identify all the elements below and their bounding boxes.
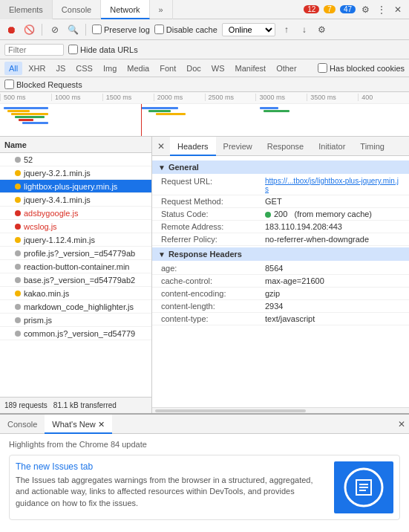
tbar-6	[22, 122, 48, 124]
response-section-label: Response Headers	[168, 250, 242, 259]
record-button[interactable]: ⏺	[4, 23, 18, 36]
blocked-requests-label[interactable]: Blocked Requests	[4, 80, 82, 89]
clear-button[interactable]: 🚫	[22, 23, 36, 36]
type-btn-ws[interactable]: WS	[207, 62, 229, 75]
item-dot	[15, 317, 21, 323]
requests-size: 81.1 kB transferred	[53, 401, 117, 409]
type-btn-other[interactable]: Other	[272, 62, 301, 75]
details-tab-headers[interactable]: Headers	[170, 137, 216, 156]
response-section-header[interactable]: ▼ Response Headers	[152, 247, 409, 261]
tbar-5	[19, 119, 33, 121]
tab-console[interactable]: Console	[53, 0, 101, 19]
ruler-3000: 3000 ms	[255, 94, 307, 101]
ruler-1000: 1000 ms	[51, 94, 102, 101]
detail-key-remote: Remote Address:	[161, 222, 265, 231]
request-item[interactable]: jquery-3.4.1.min.js	[0, 193, 151, 207]
request-item[interactable]: reaction-button-container.min	[0, 260, 151, 273]
request-item[interactable]: adsbygoogle.js	[0, 207, 151, 220]
response-section-body: age: 8564 cache-control: max-age=21600 c…	[152, 261, 409, 327]
type-btn-js[interactable]: JS	[51, 62, 70, 75]
detail-key-length: content-length:	[161, 302, 265, 311]
detail-row-cache: cache-control: max-age=21600	[152, 275, 409, 288]
timeline-marker	[141, 104, 142, 137]
detail-row-method: Request Method: GET	[152, 195, 409, 208]
type-btn-manifest[interactable]: Manifest	[231, 62, 271, 75]
type-btn-img[interactable]: Img	[99, 62, 121, 75]
network-settings-icon[interactable]: ⚙	[315, 23, 329, 36]
ruler-2000: 2000 ms	[154, 94, 205, 101]
blocked-requests-checkbox[interactable]	[4, 80, 14, 89]
details-close-btn[interactable]: ✕	[154, 139, 168, 154]
detail-row-status: Status Code: 200 (from memory cache)	[152, 208, 409, 221]
tbar-3	[11, 113, 48, 115]
request-item[interactable]: base.js?_version_=d54779ab2	[0, 273, 151, 287]
filter-button[interactable]: ⊘	[48, 23, 62, 36]
item-dot	[15, 291, 21, 296]
item-dot	[15, 197, 21, 203]
filter-input[interactable]	[4, 44, 64, 56]
type-btn-media[interactable]: Media	[122, 62, 154, 75]
details-panel: ✕ Headers Preview Response Initiator Tim…	[152, 137, 409, 413]
bottom-tab-console[interactable]: Console	[0, 415, 45, 434]
has-blocked-checkbox[interactable]	[318, 63, 327, 73]
bottom-close-btn[interactable]: ✕	[394, 417, 409, 432]
hide-urls-label[interactable]: Hide data URLs	[68, 45, 138, 54]
request-item[interactable]: jquery-1.12.4.min.js	[0, 233, 151, 247]
request-item[interactable]: kakao.min.js	[0, 287, 151, 300]
scrollbar-h[interactable]	[152, 407, 409, 413]
type-btn-all[interactable]: All	[4, 62, 22, 75]
disable-cache-label[interactable]: Disable cache	[154, 25, 217, 34]
preserve-log-label[interactable]: Preserve log	[92, 25, 150, 34]
news-card-body: The Issues tab aggregates warnings from …	[16, 475, 328, 509]
detail-val-url[interactable]: https://...tbox/js/lightbox-plus-jquery.…	[265, 177, 400, 193]
ruler-1500: 1500 ms	[102, 94, 154, 101]
warn-badge: 7	[324, 5, 336, 13]
details-tab-timing[interactable]: Timing	[353, 137, 392, 156]
hide-urls-checkbox[interactable]	[68, 45, 78, 54]
detail-key-encoding: content-encoding:	[161, 289, 265, 298]
request-item[interactable]: common.js?_version_=d54779	[0, 327, 151, 340]
error-badge: 12	[304, 5, 319, 13]
type-btn-xhr[interactable]: XHR	[24, 62, 50, 75]
request-item[interactable]: jquery-3.2.1.min.js	[0, 166, 151, 180]
tab-network[interactable]: Network	[101, 0, 149, 19]
search-button[interactable]: 🔍	[66, 23, 79, 36]
details-tab-initiator[interactable]: Initiator	[311, 137, 353, 156]
type-btn-doc[interactable]: Doc	[182, 62, 206, 75]
preserve-log-checkbox[interactable]	[92, 25, 102, 34]
request-item[interactable]: profile.js?_version_=d54779ab	[0, 247, 151, 260]
tbar-11	[264, 110, 289, 112]
detail-key-age: age:	[161, 264, 265, 273]
news-card-title[interactable]: The new Issues tab	[16, 461, 328, 472]
detail-row-referrer: Referrer Policy: no-referrer-when-downgr…	[152, 233, 409, 246]
details-tab-response[interactable]: Response	[260, 137, 312, 156]
request-item[interactable]: prism.js	[0, 314, 151, 327]
disable-cache-checkbox[interactable]	[154, 25, 164, 34]
tbar-2	[7, 110, 30, 112]
request-item[interactable]: wcslog.js	[0, 220, 151, 233]
tab-more[interactable]: »	[150, 0, 173, 19]
item-dot	[15, 210, 21, 216]
timeline-area: 500 ms 1000 ms 1500 ms 2000 ms 2500 ms 3…	[0, 92, 409, 137]
detail-row-url: Request URL: https://...tbox/js/lightbox…	[152, 175, 409, 195]
throttle-select[interactable]: Online Fast 3G Slow 3G Offline	[222, 23, 275, 36]
request-item[interactable]: markdown_code_highlighter.js	[0, 300, 151, 314]
general-section-header[interactable]: ▼ General	[152, 160, 409, 174]
tab-elements[interactable]: Elements	[0, 0, 53, 19]
has-blocked-label[interactable]: Has blocked cookies	[318, 63, 405, 73]
request-item[interactable]: 52	[0, 153, 151, 166]
details-content: ▼ General Request URL: https://...tbox/j…	[152, 156, 409, 407]
settings-button[interactable]: ⚙	[359, 3, 372, 16]
upload-icon[interactable]: ↑	[280, 23, 293, 36]
news-text: The new Issues tab The Issues tab aggreg…	[16, 461, 328, 513]
more-button[interactable]: ⋮	[375, 3, 388, 16]
request-item-selected[interactable]: lightbox-plus-jquery.min.js	[0, 180, 151, 193]
details-tab-preview[interactable]: Preview	[216, 137, 260, 156]
download-icon[interactable]: ↓	[298, 23, 311, 36]
type-btn-css[interactable]: CSS	[71, 62, 97, 75]
type-btn-font[interactable]: Font	[155, 62, 180, 75]
type-filter-bar: All XHR JS CSS Img Media Font Doc WS Man…	[0, 59, 409, 77]
bottom-tab-whatsnew[interactable]: What's New ✕	[45, 415, 111, 434]
close-button[interactable]: ✕	[391, 3, 405, 16]
requests-list[interactable]: 52 jquery-3.2.1.min.js lightbox-plus-jqu…	[0, 153, 151, 397]
